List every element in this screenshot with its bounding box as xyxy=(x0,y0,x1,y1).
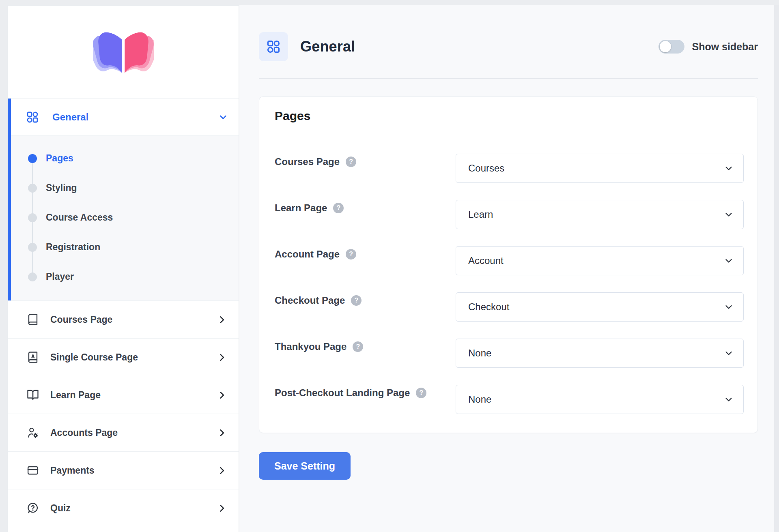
sidebar-item-label: Payments xyxy=(50,465,95,476)
credit-card-icon xyxy=(27,464,39,476)
help-icon[interactable]: ? xyxy=(346,249,356,260)
bullet-dot-icon xyxy=(28,272,37,281)
card-title: Pages xyxy=(259,97,757,123)
toggle-knob xyxy=(660,41,671,52)
user-gear-icon xyxy=(27,427,39,439)
select-value: Account xyxy=(468,255,504,266)
card-divider xyxy=(275,134,742,134)
post-checkout-landing-page-select[interactable]: None xyxy=(456,385,744,414)
select-value: Learn xyxy=(468,209,493,220)
field-label: Courses Page xyxy=(275,156,340,167)
account-page-select[interactable]: Account xyxy=(456,246,744,275)
field-label: Thankyou Page xyxy=(275,341,346,352)
subitem-label: Course Access xyxy=(46,212,113,223)
sidebar-item-label: Single Course Page xyxy=(50,352,138,363)
field-row-learn-page: Learn Page ? Learn xyxy=(275,200,744,229)
sidebar-item-single-course-page[interactable]: Single Course Page xyxy=(8,339,239,376)
help-icon[interactable]: ? xyxy=(416,388,426,398)
select-value: None xyxy=(468,394,491,405)
general-subsection: Pages Styling Course Access Registration… xyxy=(8,136,239,300)
sidebar-item-label: Quiz xyxy=(50,503,71,514)
sidebar-subitem-course-access[interactable]: Course Access xyxy=(8,203,239,232)
chevron-right-icon xyxy=(217,315,226,324)
courses-page-select[interactable]: Courses xyxy=(456,154,744,183)
subitem-label: Registration xyxy=(46,242,100,253)
chevron-down-icon xyxy=(724,348,734,358)
help-icon[interactable]: ? xyxy=(333,203,344,213)
question-bubble-icon xyxy=(27,502,39,514)
open-book-icon xyxy=(27,389,39,401)
field-label: Post-Checkout Landing Page xyxy=(275,387,410,399)
chevron-right-icon xyxy=(217,428,226,438)
sidebar-item-label: Accounts Page xyxy=(50,427,118,438)
show-sidebar-label: Show sidebar xyxy=(692,41,758,53)
field-row-thankyou-page: Thankyou Page ? None xyxy=(275,339,744,368)
sidebar-item-label: General xyxy=(52,112,88,123)
select-value: Checkout xyxy=(468,301,509,313)
bullet-dot-icon xyxy=(28,154,37,163)
chevron-down-icon xyxy=(724,256,734,266)
grid-icon xyxy=(26,111,39,124)
save-setting-button[interactable]: Save Setting xyxy=(259,452,351,480)
show-sidebar-toggle[interactable] xyxy=(658,40,684,54)
checkout-page-select[interactable]: Checkout xyxy=(456,292,744,322)
sidebar-item-label: Learn Page xyxy=(50,390,101,401)
show-sidebar-control: Show sidebar xyxy=(658,40,758,54)
help-icon[interactable]: ? xyxy=(353,341,363,352)
header-divider xyxy=(259,78,758,79)
sidebar-item-courses-page[interactable]: Courses Page xyxy=(8,301,239,339)
settings-main-panel: General Show sidebar Pages Courses Page … xyxy=(239,5,774,532)
chevron-right-icon xyxy=(217,466,226,475)
bullet-dot-icon xyxy=(28,243,37,252)
field-label: Checkout Page xyxy=(275,295,345,306)
bullet-dot-icon xyxy=(28,213,37,222)
sidebar-item-quiz[interactable]: Quiz xyxy=(8,489,239,527)
sidebar-item-payments[interactable]: Payments xyxy=(8,452,239,489)
chevron-down-icon xyxy=(724,395,734,404)
chevron-right-icon xyxy=(217,353,226,362)
chevron-down-icon xyxy=(218,112,228,122)
open-book-logo xyxy=(93,28,154,76)
field-row-account-page: Account Page ? Account xyxy=(275,246,744,275)
page-header: General Show sidebar xyxy=(259,32,758,61)
book-a-icon xyxy=(27,351,39,363)
select-value: None xyxy=(468,348,491,359)
page-title-icon-box xyxy=(259,32,288,61)
chevron-down-icon xyxy=(724,302,734,312)
chevron-down-icon xyxy=(724,210,734,219)
grid-icon xyxy=(266,39,281,54)
sidebar-item-learn-page[interactable]: Learn Page xyxy=(8,376,239,414)
general-section: General Pages Styling Course Access Regi… xyxy=(8,98,239,301)
thankyou-page-select[interactable]: None xyxy=(456,339,744,368)
learn-page-select[interactable]: Learn xyxy=(456,200,744,229)
book-icon xyxy=(27,313,39,326)
sidebar-item-label: Courses Page xyxy=(50,314,112,325)
field-row-post-checkout-landing-page: Post-Checkout Landing Page ? None xyxy=(275,385,744,414)
bullet-dot-icon xyxy=(28,184,37,193)
help-icon[interactable]: ? xyxy=(346,157,356,167)
sidebar-subitem-styling[interactable]: Styling xyxy=(8,173,239,203)
logo-container xyxy=(8,6,239,98)
sidebar-subitem-pages[interactable]: Pages xyxy=(8,144,239,173)
page-title: General xyxy=(300,38,355,55)
field-label: Learn Page xyxy=(275,202,327,214)
chevron-right-icon xyxy=(217,504,226,513)
subitem-label: Styling xyxy=(46,182,77,193)
sidebar-subitem-player[interactable]: Player xyxy=(8,262,239,292)
subitem-label: Pages xyxy=(46,153,73,164)
select-value: Courses xyxy=(468,163,504,174)
scrollbar[interactable] xyxy=(774,5,779,532)
settings-sidebar: General Pages Styling Course Access Regi… xyxy=(7,5,239,532)
chevron-right-icon xyxy=(217,390,226,400)
field-row-checkout-page: Checkout Page ? Checkout xyxy=(275,292,744,322)
help-icon[interactable]: ? xyxy=(351,295,362,306)
field-label: Account Page xyxy=(275,249,340,260)
sidebar-item-accounts-page[interactable]: Accounts Page xyxy=(8,414,239,452)
subitem-label: Player xyxy=(46,271,74,282)
pages-settings-card: Pages Courses Page ? Courses Learn Page … xyxy=(259,97,758,433)
sidebar-subitem-registration[interactable]: Registration xyxy=(8,232,239,262)
field-row-courses-page: Courses Page ? Courses xyxy=(275,154,744,183)
sidebar-item-general[interactable]: General xyxy=(8,99,239,136)
chevron-down-icon xyxy=(724,163,734,173)
